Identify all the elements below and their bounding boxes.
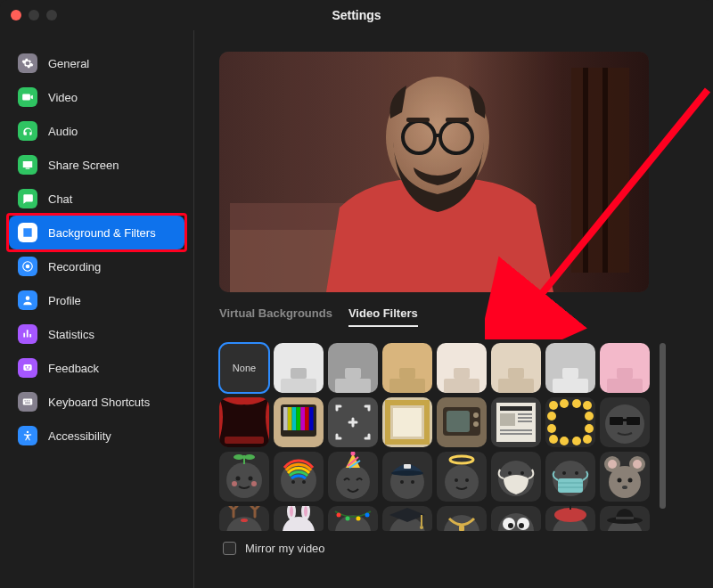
- svg-point-125: [356, 517, 361, 521]
- svg-rect-42: [393, 408, 422, 437]
- filter-mouse-face[interactable]: [600, 452, 650, 502]
- svg-point-65: [583, 435, 592, 444]
- svg-point-113: [628, 478, 633, 483]
- accessibility-icon: [18, 426, 37, 445]
- svg-point-10: [27, 431, 29, 433]
- mirror-checkbox[interactable]: [223, 542, 236, 555]
- filter-surgical-mask-face[interactable]: [545, 452, 595, 502]
- filter-bunny[interactable]: [274, 506, 324, 531]
- sidebar-item-recording[interactable]: Recording: [9, 249, 184, 283]
- svg-rect-8: [29, 400, 29, 401]
- filter-none[interactable]: None: [219, 343, 269, 393]
- filter-newspaper[interactable]: [491, 397, 541, 447]
- svg-point-97: [465, 478, 469, 482]
- filter-emoji-border[interactable]: [545, 397, 595, 447]
- svg-point-106: [575, 471, 578, 475]
- filter-xmas-lights[interactable]: [328, 506, 378, 531]
- filter-sunglasses-face[interactable]: [600, 397, 650, 447]
- svg-rect-32: [292, 407, 297, 430]
- filter-tv-color-bars[interactable]: [274, 397, 324, 447]
- sidebar-item-statistics[interactable]: Statistics: [9, 317, 184, 351]
- sidebar-item-label: Audio: [48, 125, 78, 138]
- filter-room-pink[interactable]: [600, 343, 650, 393]
- svg-point-96: [455, 478, 458, 482]
- svg-point-79: [236, 477, 241, 481]
- traffic-lights: [11, 10, 57, 20]
- svg-point-78: [244, 454, 255, 460]
- sidebar-item-label: Keyboard Shortcuts: [48, 396, 150, 409]
- recording-icon: [18, 257, 37, 276]
- filter-grad-cap[interactable]: [382, 506, 432, 531]
- svg-point-90: [391, 470, 423, 476]
- filter-room-gray[interactable]: [328, 343, 378, 393]
- sidebar-item-label: General: [48, 57, 89, 70]
- svg-rect-34: [300, 407, 305, 430]
- svg-rect-72: [610, 417, 623, 425]
- filter-n95-mask-face[interactable]: [491, 452, 541, 502]
- filter-party-hat-face[interactable]: [328, 452, 378, 502]
- filter-chain[interactable]: [437, 506, 487, 531]
- svg-point-123: [337, 513, 341, 518]
- svg-rect-51: [500, 413, 515, 426]
- filter-gold-frame[interactable]: [382, 397, 432, 447]
- svg-point-60: [560, 399, 569, 408]
- minimize-window-button[interactable]: [29, 10, 39, 20]
- svg-point-126: [365, 513, 370, 518]
- svg-point-66: [572, 437, 581, 445]
- background-filters-icon: [18, 223, 37, 242]
- sidebar-item-profile[interactable]: Profile: [9, 283, 184, 317]
- svg-point-63: [585, 412, 594, 421]
- svg-point-82: [251, 481, 257, 486]
- svg-point-1: [26, 265, 30, 269]
- svg-point-111: [609, 466, 641, 498]
- svg-rect-45: [447, 411, 470, 432]
- filter-room-beige[interactable]: [491, 343, 541, 393]
- sidebar: General Video Audio Share Screen Chat: [0, 30, 194, 588]
- mirror-row: Mirror my video: [219, 542, 695, 555]
- sidebar-item-label: Profile: [48, 294, 81, 307]
- sidebar-item-accessibility[interactable]: Accessibility: [9, 419, 184, 453]
- svg-point-64: [585, 424, 594, 433]
- sidebar-item-keyboard-shortcuts[interactable]: Keyboard Shortcuts: [9, 385, 184, 419]
- zoom-window-button[interactable]: [46, 10, 57, 20]
- filter-rainbow-face[interactable]: [274, 452, 324, 502]
- svg-point-105: [562, 471, 566, 475]
- filter-antlers[interactable]: [219, 506, 269, 531]
- tab-virtual-backgrounds[interactable]: Virtual Backgrounds: [219, 306, 332, 327]
- filter-room-silver[interactable]: [545, 343, 595, 393]
- svg-point-67: [560, 437, 569, 445]
- filter-eyes[interactable]: [491, 506, 541, 531]
- sidebar-item-audio[interactable]: Audio: [9, 114, 184, 148]
- sidebar-item-label: Recording: [48, 260, 101, 274]
- sidebar-item-general[interactable]: General: [9, 46, 184, 80]
- filter-focus-frame[interactable]: [328, 397, 378, 447]
- filter-sprout-face[interactable]: [219, 452, 269, 502]
- titlebar: Settings: [0, 0, 713, 30]
- filter-scrollbar[interactable]: [660, 343, 666, 509]
- sidebar-item-video[interactable]: Video: [9, 80, 184, 114]
- sidebar-item-chat[interactable]: Chat: [9, 182, 184, 216]
- filter-fedora[interactable]: [600, 506, 650, 531]
- svg-point-112: [618, 478, 622, 483]
- filter-room-tan[interactable]: [382, 343, 432, 393]
- svg-rect-36: [309, 407, 314, 430]
- svg-point-124: [346, 517, 350, 521]
- close-window-button[interactable]: [11, 10, 21, 20]
- svg-point-114: [622, 486, 627, 489]
- sidebar-item-share-screen[interactable]: Share Screen: [9, 148, 184, 182]
- sidebar-item-background-filters[interactable]: Background & Filters: [9, 216, 184, 249]
- svg-point-121: [283, 517, 315, 531]
- filter-room-light[interactable]: [274, 343, 324, 393]
- filter-retro-tv[interactable]: [437, 397, 487, 447]
- tab-video-filters[interactable]: Video Filters: [348, 306, 418, 327]
- filter-theater[interactable]: [219, 397, 269, 447]
- profile-icon: [18, 290, 37, 310]
- svg-rect-56: [500, 433, 532, 435]
- svg-rect-73: [627, 417, 640, 425]
- svg-rect-27: [225, 437, 264, 444]
- filter-room-cream[interactable]: [437, 343, 487, 393]
- filter-cap-face[interactable]: [382, 452, 432, 502]
- filter-halo-face[interactable]: [437, 452, 487, 502]
- sidebar-item-feedback[interactable]: Feedback: [9, 351, 184, 385]
- filter-beret[interactable]: [545, 506, 595, 531]
